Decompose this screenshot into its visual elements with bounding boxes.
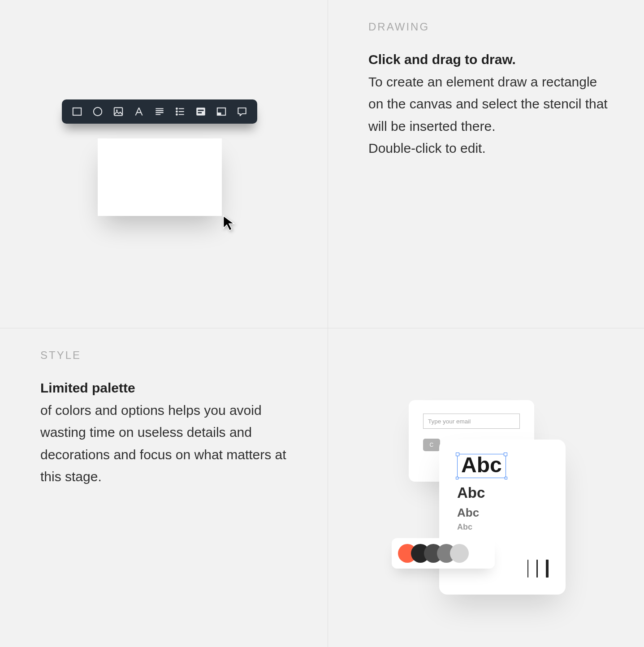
heading-sample-selected: Abc — [457, 454, 506, 478]
stroke-thick-icon — [546, 560, 549, 578]
list-icon[interactable] — [174, 105, 186, 118]
svg-point-5 — [176, 111, 177, 112]
abc-4: Abc — [457, 522, 548, 532]
abc-2: Abc — [457, 484, 548, 501]
typography-card: Abc Abc Abc Abc — [439, 440, 566, 595]
stroke-samples — [527, 560, 549, 578]
form-icon[interactable] — [194, 105, 207, 118]
abc-3: Abc — [457, 506, 548, 520]
abc-1: Abc — [461, 453, 502, 477]
stroke-med-icon — [536, 560, 538, 578]
stroke-thin-icon — [527, 560, 528, 578]
style-illustration: Type your email C Abc Abc Abc Abc — [328, 328, 644, 647]
drawing-body-1: To create an element draw a rectangle on… — [368, 74, 608, 134]
svg-rect-8 — [198, 110, 204, 111]
drawing-body-2: Double-click to edit. — [368, 141, 486, 155]
color-swatch-card — [392, 538, 495, 569]
email-input-sample: Type your email — [423, 414, 520, 429]
style-kicker: STYLE — [40, 349, 292, 362]
drawing-title: Click and drag to draw. — [368, 52, 516, 67]
image-icon[interactable] — [112, 105, 125, 118]
swatch-5 — [450, 544, 469, 563]
drawing-description: DRAWING Click and drag to draw. To creat… — [328, 0, 644, 328]
rectangle-icon[interactable] — [71, 105, 83, 118]
svg-rect-11 — [217, 112, 221, 115]
svg-rect-9 — [198, 112, 202, 113]
cursor-arrow-icon — [222, 215, 236, 232]
drawing-kicker: DRAWING — [368, 21, 608, 33]
svg-rect-0 — [73, 108, 81, 115]
comment-icon[interactable] — [236, 105, 248, 118]
svg-point-4 — [176, 108, 177, 109]
style-body: of colors and options helps you avoid wa… — [40, 403, 286, 484]
style-description: STYLE Limited palette of colors and opti… — [0, 328, 328, 647]
drawn-rectangle — [98, 138, 222, 216]
circle-icon[interactable] — [91, 105, 104, 118]
stencil-toolbar — [62, 99, 257, 124]
sample-button-fragment: C — [423, 439, 440, 451]
drawing-illustration — [0, 0, 328, 328]
panel-icon[interactable] — [215, 105, 228, 118]
svg-rect-7 — [196, 108, 205, 115]
style-title: Limited palette — [40, 380, 135, 395]
paragraph-icon[interactable] — [153, 105, 166, 118]
svg-point-3 — [116, 110, 117, 111]
svg-point-6 — [176, 114, 177, 115]
svg-point-1 — [94, 108, 102, 116]
text-icon[interactable] — [133, 105, 145, 118]
svg-rect-2 — [114, 108, 122, 115]
